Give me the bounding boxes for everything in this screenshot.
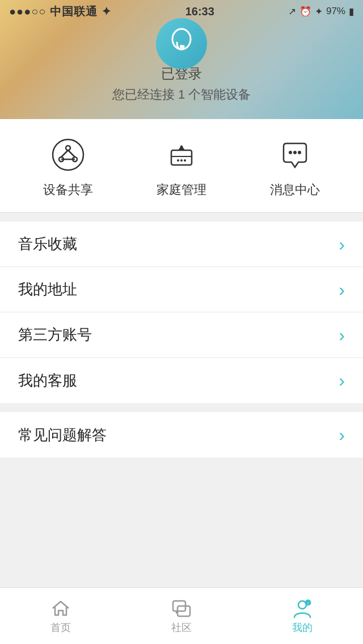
mine-tab-icon: ! (292, 598, 313, 618)
faq-label: 常见问题解答 (18, 425, 107, 445)
chevron-right-icon: › (339, 235, 345, 253)
svg-rect-9 (171, 150, 192, 165)
svg-point-1 (180, 45, 183, 48)
home-manage-label: 家庭管理 (157, 181, 206, 198)
menu-list-1: 音乐收藏 › 我的地址 › 第三方账号 › 我的客服 › (0, 222, 363, 403)
my-address-label: 我的地址 (18, 279, 77, 299)
chevron-right-icon: › (339, 326, 345, 344)
battery-percent: 97% (326, 6, 345, 17)
quick-actions-row: 设备共享 家庭管理 (0, 119, 363, 213)
svg-text:!: ! (307, 601, 309, 605)
svg-point-2 (53, 139, 83, 170)
svg-point-13 (177, 159, 179, 162)
device-count: 您已经连接 1 个智能设备 (112, 86, 251, 103)
tab-bar-spacer (0, 457, 363, 520)
tab-mine[interactable]: ! 我的 (242, 598, 363, 634)
music-collection-label: 音乐收藏 (18, 234, 77, 254)
tab-home[interactable]: 首页 (0, 598, 121, 634)
bluetooth-icon: ✦ (315, 6, 323, 18)
home-manage-button[interactable]: 家庭管理 (125, 135, 238, 198)
svg-point-3 (66, 146, 70, 150)
my-address-item[interactable]: 我的地址 › (0, 267, 363, 312)
message-center-label: 消息中心 (270, 181, 320, 198)
mine-tab-label: 我的 (292, 621, 313, 634)
battery-status: ↗ ⏰ ✦ 97% ▮ (288, 6, 354, 18)
tab-community[interactable]: 社区 (121, 598, 242, 634)
tab-bar: 首页 社区 ! 我的 (0, 587, 363, 644)
section-divider-1 (0, 213, 363, 222)
chevron-right-icon: › (339, 281, 345, 299)
message-center-button[interactable]: 消息中心 (238, 135, 352, 198)
device-share-button[interactable]: 设备共享 (11, 135, 125, 198)
status-bar: ●●●○○ 中国联通 ✦ 16:33 ↗ ⏰ ✦ 97% ▮ (0, 0, 363, 23)
svg-rect-12 (180, 146, 183, 150)
avatar[interactable] (156, 18, 207, 69)
third-party-account-label: 第三方账号 (18, 325, 92, 345)
carrier-signal: ●●●○○ 中国联通 ✦ (9, 4, 112, 19)
svg-point-17 (293, 151, 297, 154)
message-icon (275, 135, 315, 175)
svg-line-6 (61, 150, 68, 157)
music-collection-item[interactable]: 音乐收藏 › (0, 222, 363, 267)
svg-point-18 (298, 151, 301, 154)
share-icon (48, 135, 88, 175)
alarm-icon: ⏰ (299, 6, 311, 18)
faq-item[interactable]: 常见问题解答 › (0, 412, 363, 457)
home-tab-icon (50, 598, 71, 618)
svg-line-7 (68, 150, 75, 157)
time: 16:33 (185, 5, 214, 18)
third-party-account-item[interactable]: 第三方账号 › (0, 312, 363, 358)
community-tab-icon (171, 598, 192, 618)
home-manage-icon (162, 135, 201, 175)
svg-point-16 (289, 151, 292, 154)
chevron-right-icon: › (339, 371, 345, 389)
home-tab-label: 首页 (50, 621, 71, 634)
my-service-label: 我的客服 (18, 371, 77, 391)
community-tab-label: 社区 (171, 621, 192, 634)
svg-point-14 (180, 159, 183, 162)
section-divider-2 (0, 403, 363, 412)
my-service-item[interactable]: 我的客服 › (0, 358, 363, 403)
svg-point-15 (184, 159, 186, 162)
menu-list-2: 常见问题解答 › (0, 412, 363, 457)
battery-icon: ▮ (349, 6, 354, 18)
gps-icon: ↗ (288, 6, 296, 18)
device-share-label: 设备共享 (43, 181, 93, 198)
chevron-right-icon: › (339, 426, 345, 444)
